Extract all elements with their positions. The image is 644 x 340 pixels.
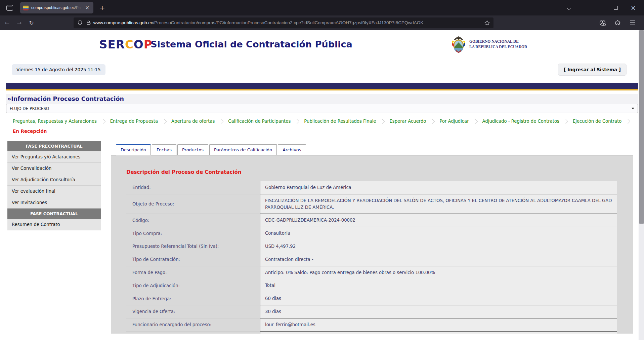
list-tabs-chevron-icon[interactable] [567,6,571,10]
detail-tabs: Descripción Fechas Productos Parámetros … [111,144,633,155]
chevron-right-icon [295,119,299,123]
content-columns: FASE PRECONTRACTUAL Ver Preguntas y/ó Ac… [0,134,644,334]
stage-link[interactable]: Preguntas, Respuestas y Aclaraciones [13,119,97,124]
sidebar-item-ver-preguntas[interactable]: Ver Preguntas y/ó Aclaraciones [7,151,101,163]
main-panel: Descripción Fechas Productos Parámetros … [111,134,633,334]
tab-productos[interactable]: Productos [177,144,208,155]
table-row: Entidad: Gobierno Parroquial de Luz de A… [126,181,617,194]
table-row: Presupuesto Referencial Total (Sin Iva):… [126,240,617,253]
chevron-right-icon [101,119,105,123]
row-value: Total [260,279,617,292]
process-stage-breadcrumb: Preguntas, Respuestas y Aclaraciones Ent… [13,119,637,124]
stage-link[interactable]: Apertura de ofertas [171,119,215,124]
table-row: Funcionario encargado del proceso: lour_… [126,318,617,331]
address-bar[interactable]: www.compraspublicas.gob.ec/ProcesoContra… [74,17,493,28]
scrollbar-thumb[interactable] [639,30,644,224]
row-label: Tipo de Contratación: [126,253,260,266]
row-label: Estado del Proceso: [126,331,260,334]
stage-link[interactable]: Por Adjudicar [439,119,469,124]
chevron-right-icon [380,119,385,123]
row-value: 30 días [260,305,617,318]
lock-icon[interactable] [86,20,91,26]
tab-parametros[interactable]: Parámetros de Calificación [209,144,277,155]
login-button[interactable]: [ Ingresar al Sistema ] [558,64,627,76]
row-label: Plazo de Entrega: [126,292,260,305]
process-flow-select[interactable]: FLUJO DE PROCESO [6,104,638,113]
row-label: Entidad: [126,181,260,194]
browser-tab[interactable]: compraspublicas.gob.ec/Proces × [20,2,93,13]
row-label: Forma de Pago: [126,266,260,279]
sidebar-item-ver-adjudicacion[interactable]: Ver Adjudicación Consultoría [7,174,101,186]
stage-link[interactable]: Adjudicado - Registro de Contratos [482,119,559,124]
table-row: Plazo de Entrega: 60 dias [126,292,617,305]
sidebar-item-ver-convalidacion[interactable]: Ver Convalidación [7,163,101,174]
sidebar-item-ver-evaluacion[interactable]: Ver evaluación final [7,186,101,197]
reload-icon[interactable]: ↻ [27,18,37,28]
pane-heading: Descripción del Proceso de Contratación [126,169,633,175]
government-brand: GOBIERNO NACIONAL DE LA REPUBLICA DEL EC… [451,36,527,53]
vertical-scrollbar[interactable] [639,30,644,340]
process-status-badge: En Recepción [13,128,644,134]
browser-window: compraspublicas.gob.ec/Proces × + × ← → … [0,0,644,340]
shield-icon[interactable] [77,20,83,26]
stage-link[interactable]: Esperar Acuerdo [389,119,426,124]
table-row: Tipo de Contratación: Contratacion direc… [126,253,617,266]
row-label: Objeto de Proceso: [126,194,260,214]
stage-link[interactable]: Calificación de Participantes [228,119,291,124]
stage-link[interactable]: Entrega de Propuesta [110,119,158,124]
ecuador-coat-of-arms-icon [451,36,466,53]
table-row: Código: CDC-GADPRLUZDEAMERICA-2024-00002 [126,214,617,227]
tab-title: compraspublicas.gob.ec/Proces [31,5,81,10]
chevron-right-icon [473,119,477,123]
process-detail-table: Entidad: Gobierno Parroquial de Luz de A… [126,181,617,334]
sidebar-item-resumen-contrato[interactable]: Resumen de Contrato [7,219,101,230]
tab-descripcion[interactable]: Descripción [116,144,151,155]
menu-hamburger-icon[interactable] [630,21,635,25]
table-row: Forma de Pago: Anticipo: 0% Saldo: Pago … [126,266,617,279]
account-icon[interactable] [599,19,606,26]
chevron-right-icon [626,119,630,123]
restore-button[interactable] [614,6,618,10]
row-label: Presupuesto Referencial Total (Sin Iva): [126,240,260,253]
site-header: SERCOP Sistema Oficial de Contratación P… [0,30,644,63]
window-controls: × [567,5,644,11]
menu-bar-strip [6,83,638,90]
sidebar-item-ver-invitaciones[interactable]: Ver Invitaciones [7,197,101,209]
extensions-puzzle-icon[interactable] [615,20,621,26]
stage-link[interactable]: Publicación de Resultados Finale [304,119,376,124]
row-value: Consultoría [260,227,617,240]
url-path: /ProcesoContratacion/compras/PC/informac… [153,20,424,25]
row-label: Código: [126,214,260,227]
phase-sidebar: FASE PRECONTRACTUAL Ver Preguntas y/ó Ac… [7,141,101,230]
section-title: »Información Proceso Contratación [6,94,638,104]
process-flow-select-label: FLUJO DE PROCESO [10,106,49,111]
top-utility-row: Viernes 15 de Agosto del 2025 11:15 [ In… [0,63,644,79]
table-row: Tipo Compra: Consultoría [126,227,617,240]
back-icon[interactable]: ← [2,18,12,28]
sidebar-section-header: FASE PRECONTRACTUAL [7,141,101,151]
stage-link[interactable]: Ejecución de Contrato [573,119,621,124]
forward-icon[interactable]: → [14,18,24,28]
tab-archivos[interactable]: Archivos [278,144,306,155]
firefox-view-button[interactable] [4,2,15,13]
table-row: Tipo de Adjudicación: Total [126,279,617,292]
row-value: lour_ferrin@hotmail.es [260,318,617,331]
row-value: USD 4,497.92 [260,240,617,253]
row-value: CDC-GADPRLUZDEAMERICA-2024-00002 [260,214,617,227]
row-value: Anticipo: 0% Saldo: Pago contra entrega … [260,266,617,279]
page-title: Sistema Oficial de Contratación Pública [0,39,503,49]
chevron-right-icon [563,119,568,123]
tab-strip: compraspublicas.gob.ec/Proces × + × [0,0,644,15]
table-row: Vigencia de Oferta: 30 días [126,305,617,318]
new-tab-button[interactable]: + [97,4,107,12]
close-button[interactable]: × [631,5,636,11]
tab-close-icon[interactable]: × [84,5,90,11]
government-label: GOBIERNO NACIONAL DE LA REPUBLICA DEL EC… [469,39,527,49]
row-value: 60 dias [260,292,617,305]
chevron-right-icon [162,119,167,123]
chevron-right-icon [219,119,223,123]
minimize-button[interactable] [597,8,601,8]
bookmark-star-icon[interactable] [484,20,490,26]
tab-fechas[interactable]: Fechas [152,144,176,155]
url-text: www.compraspublicas.gob.ec/ProcesoContra… [93,20,484,25]
